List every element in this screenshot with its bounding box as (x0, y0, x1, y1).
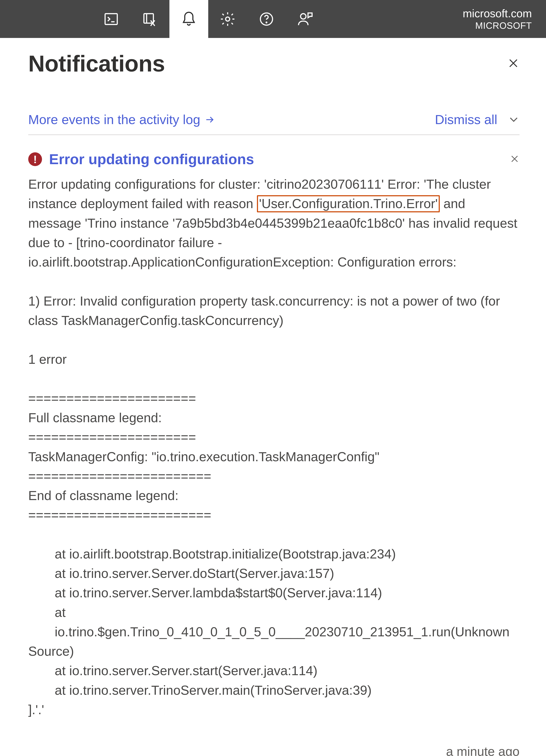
notification-body: Error updating configurations for cluste… (28, 175, 520, 719)
topbar-icon-strip (92, 0, 325, 38)
stack-line-cont: Source) (28, 644, 74, 659)
notification-title[interactable]: Error updating configurations (49, 151, 254, 168)
highlighted-error-code: 'User.Configuration.Trino.Error' (257, 195, 440, 212)
stack-line: at io.trino.server.Server.start(Server.j… (28, 661, 317, 680)
svg-rect-0 (105, 14, 117, 24)
svg-point-2 (226, 17, 230, 21)
global-topbar: microsoft.com MICROSOFT (0, 0, 546, 38)
chevron-down-icon[interactable] (508, 113, 520, 126)
svg-point-4 (266, 22, 267, 23)
notification-footer: a minute ago (28, 744, 520, 756)
panel-action-bar: More events in the activity log Dismiss … (28, 112, 520, 135)
stack-line: at io.trino.$gen.Trino_0_410_0_1_0_5_0__… (28, 603, 520, 642)
stack-line: at io.trino.server.Server.doStart(Server… (28, 564, 334, 583)
svg-point-5 (301, 14, 306, 19)
stack-line: at io.trino.server.TrinoServer.main(Trin… (28, 681, 372, 700)
tenant-name: MICROSOFT (475, 20, 532, 31)
error-icon: ! (28, 152, 42, 166)
cloud-shell-icon[interactable] (92, 0, 131, 38)
tenant-info[interactable]: microsoft.com MICROSOFT (463, 0, 532, 38)
activity-log-link[interactable]: More events in the activity log (28, 112, 215, 127)
activity-log-link-label: More events in the activity log (28, 112, 200, 127)
stack-line: at io.trino.server.Server.lambda$start$0… (28, 583, 382, 603)
dismiss-all-link[interactable]: Dismiss all (435, 112, 497, 127)
help-icon[interactable] (247, 0, 286, 38)
notifications-icon[interactable] (169, 0, 208, 38)
close-panel-button[interactable] (507, 57, 520, 70)
dismiss-notification-button[interactable] (510, 154, 520, 165)
panel-header: Notifications (28, 50, 520, 77)
feedback-icon[interactable] (286, 0, 325, 38)
body-tail: ].'.' (28, 702, 44, 717)
notifications-panel: Notifications More events in the activit… (0, 38, 546, 756)
notification-header: ! Error updating configurations (28, 151, 520, 168)
body-post-1: and message 'Trino instance '7a9b5bd3b4e… (28, 196, 521, 522)
settings-icon[interactable] (208, 0, 247, 38)
stack-line: at io.airlift.bootstrap.Bootstrap.initia… (28, 544, 396, 564)
filter-icon[interactable] (131, 0, 169, 38)
notification-item: ! Error updating configurations Error up… (28, 135, 520, 756)
panel-title: Notifications (28, 50, 165, 77)
tenant-domain: microsoft.com (463, 7, 532, 20)
notification-timestamp: a minute ago (446, 744, 520, 756)
